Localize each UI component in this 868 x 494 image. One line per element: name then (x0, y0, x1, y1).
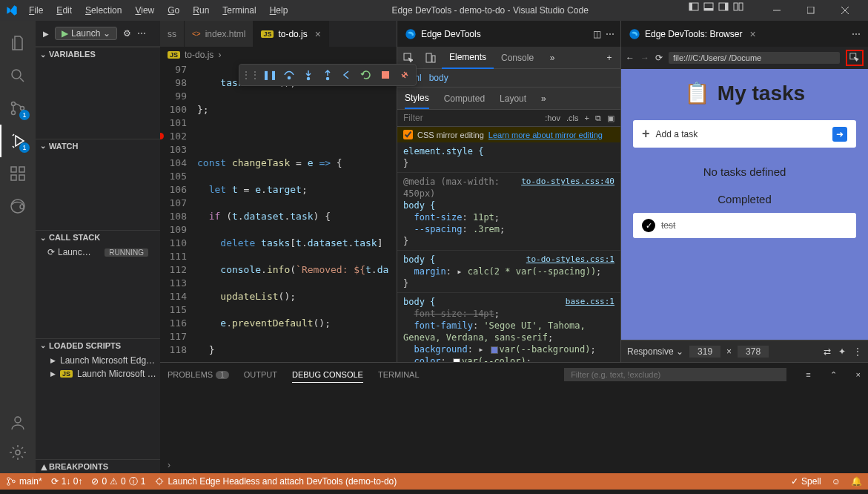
tab-todo-js[interactable]: JSto-do.js× (254, 21, 329, 47)
step-over-button[interactable] (279, 66, 299, 84)
layout-btn-2[interactable] (702, 0, 715, 13)
hov-button[interactable]: :hov (545, 113, 560, 122)
add-tab-icon[interactable]: + (598, 47, 620, 69)
menu-selection[interactable]: Selection (80, 4, 127, 17)
back-button[interactable]: ← (626, 53, 635, 63)
close-icon[interactable]: × (749, 28, 755, 40)
computed-icon[interactable]: ▣ (607, 113, 614, 123)
new-rule-icon[interactable]: + (585, 113, 589, 122)
styles-pane[interactable]: element.style {} to-do-styles.css:40 @me… (397, 142, 620, 362)
problems-tab[interactable]: PROBLEMS1 (168, 367, 229, 382)
dom-breadcrumb[interactable]: htmlbody (397, 69, 620, 87)
variables-header[interactable]: ⌄VARIABLES (36, 47, 160, 61)
layout-btn-3[interactable] (717, 0, 730, 13)
panel-filter-input[interactable] (564, 368, 786, 381)
drag-handle-icon[interactable]: ⋮⋮ (241, 66, 260, 84)
menu-edit[interactable]: Edit (51, 4, 77, 17)
breakpoints-header[interactable]: ▶BREAKPOINTS (36, 459, 160, 473)
height-input[interactable]: 378 (738, 346, 769, 358)
breakpoint-icon[interactable] (160, 133, 164, 139)
scm-icon[interactable]: 1 (0, 92, 36, 125)
debug-target[interactable]: Launch Edge Headless and attach DevTools… (154, 476, 397, 487)
watch-header[interactable]: ⌄WATCH (36, 139, 160, 153)
feedback-icon[interactable]: ☺ (832, 476, 841, 487)
layout-btn-1[interactable] (687, 0, 700, 13)
collapse-icon[interactable]: ⌃ (830, 370, 837, 380)
search-icon[interactable] (0, 59, 36, 92)
maximize-button[interactable] (794, 0, 828, 21)
tab-ss[interactable]: ss (160, 21, 185, 47)
callstack-item[interactable]: ⟳Launc… RUNNING (36, 246, 160, 259)
menu-help[interactable]: Help (265, 4, 294, 17)
step-into-button[interactable] (299, 66, 318, 84)
terminal-tab[interactable]: TERMINAL (378, 367, 420, 382)
loaded-scripts-header[interactable]: ⌄LOADED SCRIPTS (36, 338, 160, 352)
reload-button[interactable]: ⟳ (655, 53, 663, 63)
completed-task-item[interactable]: ✓ test (633, 213, 856, 238)
account-icon[interactable] (0, 408, 36, 438)
close-icon[interactable]: × (856, 370, 861, 379)
output-tab[interactable]: OUTPUT (244, 367, 277, 382)
styles-subtab[interactable]: Styles (405, 88, 429, 109)
add-task-card[interactable]: + Add a task ➜ (633, 120, 856, 148)
breadcrumb[interactable]: JSto-do.js› (160, 47, 397, 63)
rotate-icon[interactable]: ⇄ (824, 346, 831, 357)
branch-item[interactable]: main* (6, 476, 42, 487)
restart-button[interactable] (357, 66, 376, 84)
close-icon[interactable]: × (315, 28, 321, 40)
settings-icon[interactable] (0, 438, 36, 467)
launch-config-dropdown[interactable]: ▶Launch⌄ (55, 27, 117, 40)
layout-btn-4[interactable] (732, 0, 745, 13)
address-bar[interactable]: file:///C:/Users/ /Docume (669, 52, 840, 64)
submit-button[interactable]: ➜ (832, 127, 847, 142)
script-item[interactable]: ▶JSLaunch Microsoft … (36, 367, 160, 381)
close-button[interactable] (828, 0, 862, 21)
computed-subtab[interactable]: Computed (444, 89, 485, 108)
layout-subtab[interactable]: Layout (500, 89, 526, 108)
forward-button[interactable]: → (640, 53, 649, 63)
more-icon[interactable]: ⋯ (606, 29, 614, 39)
edge-icon[interactable] (0, 190, 36, 223)
device-options-icon[interactable]: ✦ (838, 346, 846, 357)
mirror-checkbox[interactable] (403, 130, 413, 139)
flexbox-icon[interactable]: ⧉ (595, 113, 601, 123)
split-icon[interactable]: ◫ (593, 29, 601, 39)
more-icon[interactable]: ⋮ (853, 346, 862, 357)
menu-go[interactable]: Go (162, 4, 185, 17)
more-tabs-icon[interactable]: » (541, 47, 563, 69)
script-item[interactable]: ▶Launch Microsoft Edg… (36, 354, 160, 367)
debug-icon[interactable]: 1 (0, 125, 36, 157)
debug-console-body[interactable]: › (160, 386, 868, 473)
explorer-icon[interactable] (0, 27, 36, 59)
mirror-link[interactable]: Learn more about mirror editing (488, 131, 603, 139)
chevron-icon[interactable]: ▶ (43, 30, 49, 38)
extensions-icon[interactable] (0, 157, 36, 190)
more-subtabs-icon[interactable]: » (541, 93, 546, 104)
menu-file[interactable]: File (24, 4, 48, 17)
width-input[interactable]: 319 (689, 346, 720, 358)
minimize-button[interactable] (760, 0, 794, 21)
disconnect-button[interactable] (395, 66, 414, 84)
inspect-element-button[interactable] (846, 50, 864, 66)
menu-terminal[interactable]: Terminal (217, 4, 261, 17)
device-icon[interactable] (420, 47, 442, 69)
elements-tab[interactable]: Elements (442, 47, 494, 69)
page-viewport[interactable]: 📋My tasks + Add a task ➜ No tasks define… (621, 69, 868, 340)
pause-button[interactable]: ❚❚ (260, 66, 279, 84)
styles-filter-input[interactable] (403, 113, 539, 123)
more-icon[interactable]: ⋯ (852, 29, 868, 39)
responsive-dropdown[interactable]: Responsive ⌄ (627, 346, 683, 357)
spell-item[interactable]: ✓ Spell (791, 476, 821, 487)
sync-item[interactable]: ⟳ 1↓ 0↑ (51, 476, 83, 487)
menu-run[interactable]: Run (188, 4, 214, 17)
filter-icon[interactable]: ≡ (806, 370, 810, 379)
step-back-button[interactable] (337, 66, 357, 84)
bell-icon[interactable]: 🔔 (851, 476, 862, 487)
step-out-button[interactable] (318, 66, 337, 84)
errors-item[interactable]: ⊘ 0 ⚠ 0 ⓘ 1 (91, 475, 145, 488)
more-icon[interactable]: ⋯ (137, 28, 146, 39)
console-tab[interactable]: Console (494, 47, 541, 69)
code-editor[interactable]: 979899100101 102 10310410510610710810911… (160, 63, 397, 362)
debug-console-tab[interactable]: DEBUG CONSOLE (292, 367, 363, 383)
devtools-tab[interactable]: Edge DevTools (397, 21, 489, 47)
